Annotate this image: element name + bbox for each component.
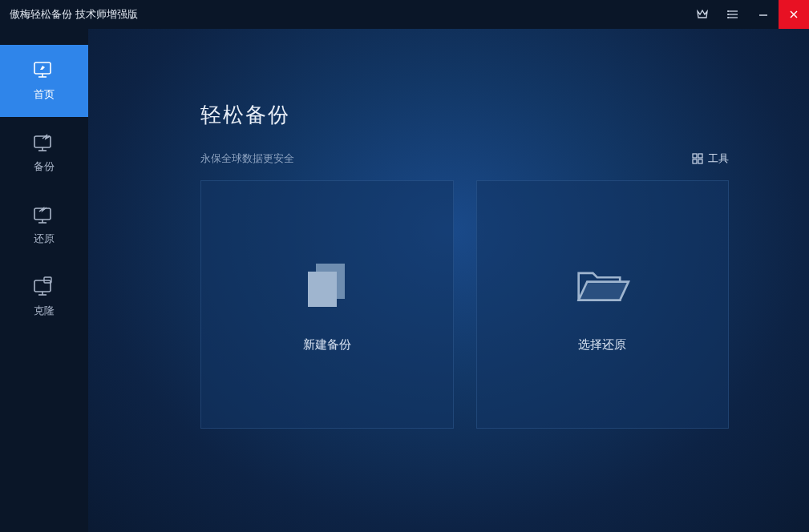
sidebar-item-label: 首页 xyxy=(34,87,55,102)
svg-rect-27 xyxy=(308,272,337,307)
folder-open-icon xyxy=(570,257,634,313)
crown-icon[interactable] xyxy=(687,0,718,29)
app-title: 傲梅轻松备份 技术师增强版 xyxy=(10,7,138,22)
tools-label: 工具 xyxy=(708,151,729,166)
sidebar-item-backup[interactable]: 备份 xyxy=(0,117,88,189)
card-new-backup[interactable]: 新建备份 xyxy=(200,180,454,429)
main-content: 轻松备份 永保全球数据更安全 工具 新建备份 xyxy=(88,29,809,532)
minimize-button[interactable] xyxy=(748,0,779,29)
card-choose-restore[interactable]: 选择还原 xyxy=(476,180,730,429)
svg-rect-25 xyxy=(698,159,702,163)
backup-icon xyxy=(32,132,56,153)
menu-icon[interactable] xyxy=(718,0,748,29)
restore-icon xyxy=(32,204,56,225)
sidebar: 首页 备份 还原 克隆 xyxy=(0,29,88,532)
close-button[interactable] xyxy=(779,0,809,29)
svg-point-3 xyxy=(727,10,729,12)
sidebar-item-clone[interactable]: 克隆 xyxy=(0,261,88,333)
home-icon xyxy=(32,60,56,81)
page-title: 轻松备份 xyxy=(200,101,729,129)
sidebar-item-label: 克隆 xyxy=(34,304,55,318)
documents-icon xyxy=(295,257,359,313)
svg-rect-22 xyxy=(693,154,697,158)
card-label: 新建备份 xyxy=(303,337,351,353)
clone-icon xyxy=(32,276,56,297)
svg-rect-18 xyxy=(34,280,51,292)
svg-rect-24 xyxy=(693,159,697,163)
sidebar-item-label: 还原 xyxy=(34,232,55,246)
sidebar-item-label: 备份 xyxy=(34,159,55,174)
page-subtitle: 永保全球数据更安全 xyxy=(200,151,294,166)
svg-rect-23 xyxy=(698,154,702,158)
card-label: 选择还原 xyxy=(578,337,626,353)
titlebar-controls xyxy=(687,0,809,29)
svg-point-5 xyxy=(727,17,729,18)
sidebar-item-restore[interactable]: 还原 xyxy=(0,189,88,261)
titlebar: 傲梅轻松备份 技术师增强版 xyxy=(0,0,809,29)
sidebar-item-home[interactable]: 首页 xyxy=(0,45,88,117)
tools-link[interactable]: 工具 xyxy=(692,151,729,166)
svg-point-4 xyxy=(727,14,729,15)
grid-icon xyxy=(692,153,703,164)
